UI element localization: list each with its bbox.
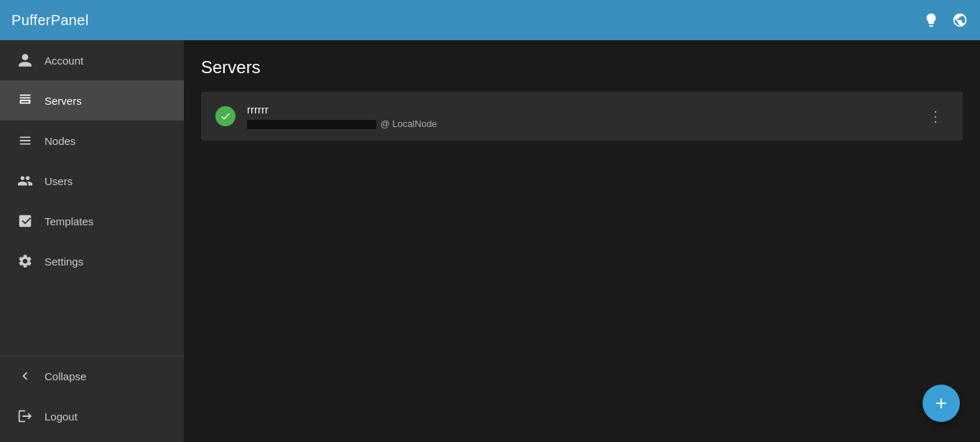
logout-icon (17, 408, 33, 424)
settings-icon (17, 253, 33, 269)
sidebar-item-nodes[interactable]: Nodes (0, 121, 184, 161)
server-node: @ LocalNode (381, 118, 437, 129)
person-icon (17, 52, 33, 68)
server-info: rrrrrr @ LocalNode (247, 103, 923, 129)
nodes-icon (17, 133, 33, 149)
layout: Account Servers Nodes (0, 40, 980, 442)
page-title: Servers (201, 57, 963, 77)
sidebar-item-settings-label: Settings (45, 255, 83, 268)
sidebar-item-settings[interactable]: Settings (0, 241, 184, 281)
app-title: PufferPanel (11, 12, 88, 29)
sidebar-item-servers-label: Servers (45, 95, 82, 107)
fab-plus-icon: + (935, 393, 947, 413)
sidebar-item-users-label: Users (45, 175, 73, 187)
server-status-online (215, 106, 235, 126)
topbar-icons (923, 11, 969, 29)
sidebar-collapse[interactable]: Collapse (0, 356, 184, 396)
server-card[interactable]: rrrrrr @ LocalNode ⋮ (201, 92, 963, 141)
lightbulb-icon[interactable] (923, 11, 940, 29)
sidebar-item-templates-label: Templates (45, 215, 93, 227)
sidebar-item-users[interactable]: Users (0, 161, 184, 201)
sidebar-logout[interactable]: Logout (0, 396, 184, 436)
sidebar-collapse-label: Collapse (45, 370, 86, 382)
server-name: rrrrrr (247, 103, 923, 116)
users-icon (17, 173, 33, 189)
sidebar-item-templates[interactable]: Templates (0, 201, 184, 241)
templates-icon (17, 213, 33, 229)
sidebar-item-servers[interactable]: Servers (0, 80, 184, 121)
sidebar-item-nodes-label: Nodes (45, 135, 75, 147)
sidebar-logout-label: Logout (45, 410, 78, 423)
server-address: @ LocalNode (247, 118, 923, 129)
server-menu-button[interactable]: ⋮ (923, 103, 948, 129)
sidebar: Account Servers Nodes (0, 40, 184, 442)
sidebar-item-account[interactable]: Account (0, 40, 184, 80)
sidebar-bottom: Collapse Logout (0, 355, 184, 442)
sidebar-nav: Account Servers Nodes (0, 40, 184, 355)
main-content: Servers rrrrrr @ LocalNode ⋮ (184, 40, 980, 442)
add-server-fab[interactable]: + (923, 385, 960, 422)
topbar: PufferPanel (0, 0, 980, 40)
sidebar-item-account-label: Account (45, 55, 83, 67)
collapse-icon (17, 368, 33, 384)
servers-icon (17, 93, 33, 108)
globe-icon[interactable] (951, 11, 969, 29)
server-address-redacted (247, 120, 376, 129)
